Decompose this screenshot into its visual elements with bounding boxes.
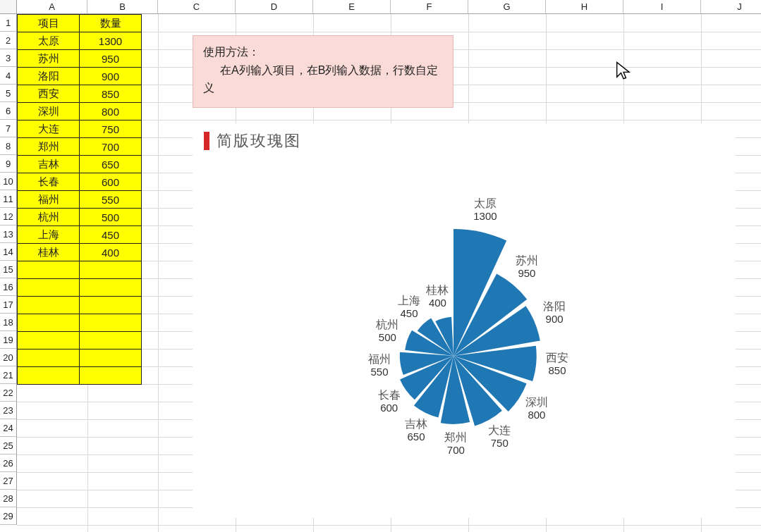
slice-label: 吉林 <box>405 418 427 430</box>
cell-name[interactable]: 苏州 <box>18 50 80 68</box>
col-header-E[interactable]: E <box>313 0 391 14</box>
col-header-B[interactable]: B <box>87 0 158 14</box>
cell-value[interactable]: 700 <box>80 138 142 156</box>
row-header-11[interactable]: 11 <box>0 190 17 208</box>
cell-empty[interactable] <box>80 332 142 349</box>
row-header-8[interactable]: 8 <box>0 137 17 155</box>
header-item[interactable]: 项目 <box>18 15 80 32</box>
row-header-17[interactable]: 17 <box>0 296 17 314</box>
cell-empty[interactable] <box>18 332 80 349</box>
row-header-2[interactable]: 2 <box>0 32 17 49</box>
cell-name[interactable]: 太原 <box>18 32 80 50</box>
select-all-corner[interactable] <box>0 0 17 14</box>
row-header-6[interactable]: 6 <box>0 102 17 120</box>
rose-chart: 太原1300苏州950洛阳900西安850深圳800大连750郑州700吉林65… <box>193 151 736 518</box>
row-header-15[interactable]: 15 <box>0 261 17 278</box>
instructions-box: 使用方法： 在A列输入项目，在B列输入数据，行数自定义 <box>193 35 453 108</box>
cell-value[interactable]: 600 <box>80 173 142 191</box>
cell-empty[interactable] <box>80 367 142 385</box>
cell-value[interactable]: 950 <box>80 50 142 68</box>
cell-name[interactable]: 桂林 <box>18 244 80 261</box>
cell-empty[interactable] <box>18 314 80 332</box>
cell-value[interactable]: 450 <box>80 226 142 244</box>
cell-empty[interactable] <box>80 279 142 297</box>
cell-empty[interactable] <box>18 279 80 297</box>
slice-value: 500 <box>379 331 396 343</box>
row-header-16[interactable]: 16 <box>0 278 17 296</box>
col-header-A[interactable]: A <box>17 0 87 14</box>
slice-value: 950 <box>518 267 535 279</box>
cell-name[interactable]: 洛阳 <box>18 68 80 85</box>
col-header-G[interactable]: G <box>468 0 546 14</box>
row-header-24[interactable]: 24 <box>0 419 17 437</box>
cell-value[interactable]: 750 <box>80 120 142 138</box>
row-header-4[interactable]: 4 <box>0 67 17 85</box>
cell-empty[interactable] <box>18 349 80 367</box>
cell-value[interactable]: 650 <box>80 156 142 173</box>
cell-value[interactable]: 800 <box>80 103 142 120</box>
row-header-12[interactable]: 12 <box>0 208 17 225</box>
chart-title-row: 简版玫瑰图 <box>193 123 736 151</box>
cell-name[interactable]: 郑州 <box>18 138 80 156</box>
row-header-9[interactable]: 9 <box>0 155 17 173</box>
slice-label: 太原 <box>474 197 497 209</box>
row-header-22[interactable]: 22 <box>0 384 17 402</box>
cell-empty[interactable] <box>80 261 142 279</box>
slice-value: 800 <box>528 409 545 421</box>
cell-empty[interactable] <box>80 297 142 314</box>
slice-value: 850 <box>549 364 566 376</box>
cell-value[interactable]: 900 <box>80 68 142 85</box>
col-header-D[interactable]: D <box>236 0 313 14</box>
row-header-7[interactable]: 7 <box>0 120 17 137</box>
cell-value[interactable]: 550 <box>80 191 142 209</box>
cell-value[interactable]: 850 <box>80 85 142 103</box>
cell-value[interactable]: 1300 <box>80 32 142 50</box>
cell-value[interactable]: 500 <box>80 209 142 226</box>
cell-empty[interactable] <box>18 367 80 385</box>
row-header-10[interactable]: 10 <box>0 173 17 190</box>
col-header-J[interactable]: J <box>701 0 761 14</box>
cell-name[interactable]: 长春 <box>18 173 80 191</box>
row-header-26[interactable]: 26 <box>0 454 17 472</box>
col-header-H[interactable]: H <box>546 0 623 14</box>
col-header-I[interactable]: I <box>623 0 701 14</box>
row-header-3[interactable]: 3 <box>0 49 17 67</box>
cell-name[interactable]: 深圳 <box>18 103 80 120</box>
row-header-23[interactable]: 23 <box>0 402 17 419</box>
chart-panel[interactable]: 简版玫瑰图 太原1300苏州950洛阳900西安850深圳800大连750郑州7… <box>193 123 736 518</box>
slice-value: 750 <box>491 437 509 449</box>
data-table[interactable]: 项目 数量 太原1300苏州950洛阳900西安850深圳800大连750郑州7… <box>17 14 142 385</box>
cell-name[interactable]: 福州 <box>18 191 80 209</box>
row-header-21[interactable]: 21 <box>0 366 17 384</box>
row-header-27[interactable]: 27 <box>0 472 17 490</box>
row-header-19[interactable]: 19 <box>0 331 17 349</box>
slice-value: 450 <box>400 307 418 319</box>
row-header-5[interactable]: 5 <box>0 85 17 102</box>
col-header-C[interactable]: C <box>158 0 236 14</box>
cell-value[interactable]: 400 <box>80 244 142 261</box>
slice-label: 福州 <box>368 353 391 365</box>
slice-label: 深圳 <box>525 396 548 408</box>
slice-value: 550 <box>370 366 388 378</box>
row-header-1[interactable]: 1 <box>0 14 17 32</box>
row-header-20[interactable]: 20 <box>0 349 17 366</box>
cell-empty[interactable] <box>18 297 80 314</box>
row-header-29[interactable]: 29 <box>0 507 17 525</box>
col-header-F[interactable]: F <box>391 0 468 14</box>
cell-name[interactable]: 吉林 <box>18 156 80 173</box>
cell-name[interactable]: 西安 <box>18 85 80 103</box>
slice-label: 上海 <box>398 295 420 307</box>
cell-name[interactable]: 上海 <box>18 226 80 244</box>
cell-empty[interactable] <box>80 314 142 332</box>
row-header-14[interactable]: 14 <box>0 243 17 261</box>
header-qty[interactable]: 数量 <box>80 15 142 32</box>
row-header-28[interactable]: 28 <box>0 490 17 507</box>
row-header-13[interactable]: 13 <box>0 225 17 243</box>
cell-name[interactable]: 大连 <box>18 120 80 138</box>
row-header-18[interactable]: 18 <box>0 314 17 331</box>
slice-label: 郑州 <box>444 431 467 443</box>
cell-empty[interactable] <box>18 261 80 279</box>
row-header-25[interactable]: 25 <box>0 437 17 454</box>
cell-name[interactable]: 杭州 <box>18 209 80 226</box>
cell-empty[interactable] <box>80 349 142 367</box>
